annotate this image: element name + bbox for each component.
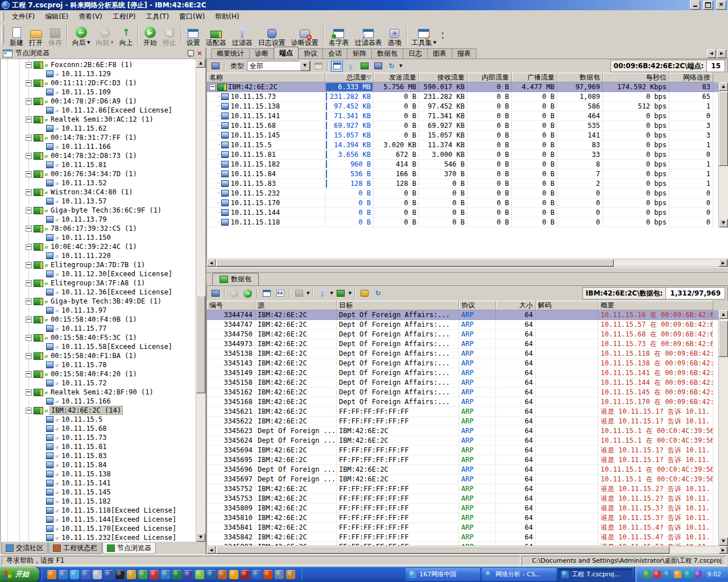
tree-node-ip[interactable]: ⇄10.11.13.129: [1, 69, 196, 78]
menu-item[interactable]: 工具(T): [140, 10, 174, 23]
collapse-icon[interactable]: [26, 317, 32, 323]
collapse-icon[interactable]: [26, 408, 32, 414]
tree-node-ip[interactable]: ⇄10.11.15.170[Exceed License]: [1, 524, 196, 533]
packet-row[interactable]: 3345168IBM:42:6E:2CDept Of Foreign Affai…: [207, 397, 728, 407]
quick-launch-icon-9[interactable]: [138, 570, 147, 579]
toolbar-button-toolset[interactable]: 工具集▼: [409, 23, 439, 48]
toolbar-button-up[interactable]: ↑向上: [117, 23, 136, 48]
tree-node-ip[interactable]: ⇄10.11.15.141: [1, 479, 196, 488]
tree-node-ip[interactable]: ⇄10.11.15.109: [1, 88, 196, 97]
quick-launch-icon-20[interactable]: [263, 570, 272, 579]
collapse-icon[interactable]: [26, 135, 32, 141]
collapse-icon[interactable]: [26, 207, 32, 214]
toolbar-button-filter-table[interactable]: 过滤器表: [352, 23, 385, 48]
toolbar-overflow-button[interactable]: ▾▾: [439, 23, 446, 48]
quick-launch-icon-13[interactable]: [184, 570, 193, 579]
collapse-icon[interactable]: [26, 80, 32, 86]
tab-协议[interactable]: 协议: [298, 48, 323, 59]
scroll-right-icon[interactable]: ▶: [719, 546, 727, 554]
column-header-src[interactable]: 源: [255, 301, 337, 310]
toolbar-button-adapter[interactable]: 适配器: [203, 23, 229, 48]
column-header-bps[interactable]: 每秒位: [603, 73, 669, 82]
quick-launch-icon-2[interactable]: [59, 570, 68, 579]
scrollbar-thumb[interactable]: [216, 546, 669, 554]
packet-row[interactable]: 3345810IBM:42:6E:2CFF:FF:FF:FF:FF:FFARP6…: [207, 513, 728, 523]
lock-scroll-button[interactable]: [358, 288, 370, 299]
menu-item[interactable]: 查看(V): [73, 10, 107, 23]
hex-view-button[interactable]: 6A: [274, 288, 286, 299]
tree-node-ip[interactable]: ⇄10.11.15.81: [1, 442, 196, 451]
quick-launch-icon-12[interactable]: [172, 570, 181, 579]
column-header-total[interactable]: 总流量▽: [325, 73, 374, 82]
tree-node-ip[interactable]: ⇄10.11.15.232[Exceed License]: [1, 533, 196, 542]
quick-launch-icon-15[interactable]: [206, 570, 216, 579]
save-view-button[interactable]: [209, 61, 221, 72]
tree-node-ip[interactable]: ⇄10.11.15.166: [1, 397, 196, 406]
taskbar-button-2[interactable]: 网络分析 - CS...: [482, 568, 556, 581]
scrollbar-thumb[interactable]: [216, 259, 614, 267]
packet-row[interactable]: 3345842IBM:42:6E:2CFF:FF:FF:FF:FF:FFARP6…: [207, 533, 728, 542]
toolbar-button-new[interactable]: 新建: [7, 23, 26, 48]
endpoint-row[interactable]: ┄10.11.15.514.394 KB3.020 KB11.374 KB0 B…: [207, 140, 728, 150]
tree-node-mac[interactable]: ⇄Giga-byte Tech:3B:49:DE (1): [1, 297, 196, 306]
quick-launch-icon-19[interactable]: [252, 570, 261, 579]
endpoint-row[interactable]: ┄10.11.15.84536 B166 B370 B0 B0 B70 bps1: [207, 169, 728, 179]
tab-端点[interactable]: 端点: [274, 47, 299, 59]
column-header-summary[interactable]: 概要: [598, 301, 713, 310]
packet-row[interactable]: 3345887IBM:42:6E:2CFF:FF:FF:FF:FF:FFARP6…: [207, 542, 728, 546]
packet-scrollbar[interactable]: ▲ ▼: [718, 310, 728, 546]
tree-node-ip[interactable]: ⇄10.11.13.79: [1, 215, 196, 224]
packet-row[interactable]: 3345753IBM:42:6E:2CFF:FF:FF:FF:FF:FFARP6…: [207, 494, 728, 504]
toolbar-button-diag-settings[interactable]: 诊断设置: [288, 23, 321, 48]
tree-node-mac[interactable]: ⇄00:15:58:40:F4:0B (1): [1, 315, 196, 324]
menu-item[interactable]: 文件(F): [7, 10, 40, 23]
tree-node-mac[interactable]: ⇄Elitegroup:3A:7D:7B (1): [1, 260, 196, 269]
pane-splitter[interactable]: [206, 267, 728, 273]
collapse-icon[interactable]: [26, 353, 32, 359]
collapse-icon[interactable]: [26, 117, 32, 123]
tab-矩阵[interactable]: 矩阵: [347, 48, 372, 59]
endpoint-row[interactable]: ┄10.11.15.1700 B0 B0 B0 B0 B00 bps0: [207, 198, 728, 208]
quick-launch-icon-7[interactable]: [115, 570, 125, 579]
endpoint-row[interactable]: ┄10.11.15.13897.452 KB0 B97.452 KB0 B0 B…: [207, 102, 728, 111]
tab-scroll-left-icon[interactable]: ◀: [707, 49, 716, 58]
quick-launch-icon-8[interactable]: [127, 570, 136, 579]
menu-item[interactable]: 窗口(W): [174, 10, 210, 23]
panel-tab-project-status[interactable]: 工程状态栏: [48, 542, 102, 554]
collapse-icon[interactable]: [209, 84, 216, 90]
tree-node-ip[interactable]: ⇄10.11.12.86[Exceed License]: [1, 106, 196, 115]
packet-row[interactable]: 3344973IBM:42:6E:2CDept Of Foreign Affai…: [207, 339, 728, 349]
make-filter-button[interactable]: [345, 61, 357, 72]
tree-node-mac[interactable]: ⇄Wistron:34:C4:80 (1): [1, 188, 196, 197]
packet-row[interactable]: 3345622IBM:42:6E:2CFF:FF:FF:FF:FF:FFARP6…: [207, 417, 728, 426]
quick-launch-icon-17[interactable]: [229, 570, 238, 579]
export-dropdown-icon[interactable]: ▼: [349, 291, 351, 296]
tree-node-ip[interactable]: ⇄10.11.12.30[Exceed License]: [1, 269, 196, 278]
taskbar-button-3[interactable]: 工程 7.cscproj...: [558, 568, 632, 581]
tab-日志[interactable]: 日志: [403, 48, 428, 59]
tree-node-mac[interactable]: ⇄IBM:42:6E:2C (14): [1, 406, 196, 415]
menu-item[interactable]: 帮助(H): [210, 10, 244, 23]
add-name-table-button[interactable]: [358, 61, 370, 72]
tree-node-mac[interactable]: ⇄Realtek Semi:42:BF:90 (1): [1, 388, 196, 397]
scrollbar-thumb[interactable]: [196, 296, 205, 393]
collapse-icon[interactable]: [26, 371, 32, 377]
tray-icon-6[interactable]: [694, 571, 702, 578]
packet-row[interactable]: 3345624Dept Of Foreign ...IBM:42:6E:2CAR…: [207, 436, 728, 446]
tree-node-ip[interactable]: ⇄10.11.15.58[Exceed License]: [1, 342, 196, 351]
column-header-recv[interactable]: 接收流量: [419, 73, 468, 82]
collapse-icon[interactable]: [26, 244, 32, 250]
toolbar-button-settings[interactable]: 设置: [184, 23, 203, 48]
tree-node-ip[interactable]: ⇄10.11.13.150: [1, 233, 196, 242]
menu-item[interactable]: 编辑(E): [40, 10, 73, 23]
packet-filter-button[interactable]: [316, 288, 328, 299]
quick-launch-icon-3[interactable]: [70, 570, 79, 579]
collapse-icon[interactable]: [26, 226, 32, 232]
tray-icon-1[interactable]: [643, 571, 651, 578]
column-header-size[interactable]: 大小: [496, 301, 536, 310]
menu-item[interactable]: 工程(P): [107, 10, 141, 23]
packet-row[interactable]: 3345695IBM:42:6E:2CFF:FF:FF:FF:FF:FFARP6…: [207, 455, 728, 465]
tree-node-ip[interactable]: ⇄10.11.15.72: [1, 379, 196, 388]
tree-node-ip[interactable]: ⇄10.11.12.36[Exceed License]: [1, 288, 196, 297]
endpoint-row[interactable]: ┄10.11.15.83128 B128 B0 B0 B0 B20 bps1: [207, 179, 728, 189]
